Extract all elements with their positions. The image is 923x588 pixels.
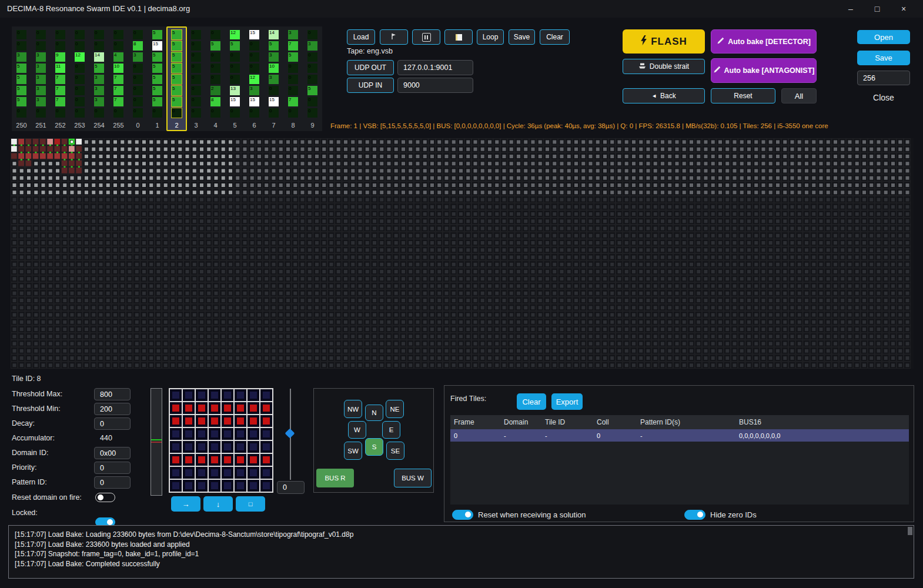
tile-cell[interactable]: 3 xyxy=(269,52,279,62)
double-strait-button[interactable]: Double strait xyxy=(623,59,705,74)
param-toggle-reset-domain-on-fire[interactable] xyxy=(95,493,115,502)
tile-cell[interactable]: 8 xyxy=(210,97,220,106)
tile-cell[interactable]: 0 xyxy=(36,30,46,39)
tile-cell[interactable]: 7 xyxy=(55,75,65,84)
tile-cell[interactable]: 15 xyxy=(249,30,259,39)
tile-cell[interactable]: 0 xyxy=(307,108,317,118)
pattern-cell[interactable] xyxy=(222,415,233,427)
pad-w-button[interactable]: W xyxy=(348,421,366,439)
tile-count-input[interactable] xyxy=(857,71,910,85)
pattern-cell[interactable] xyxy=(183,480,195,492)
tile-cell[interactable]: 3 xyxy=(133,52,143,62)
tile-cell[interactable]: 0 xyxy=(55,108,65,118)
pattern-cell[interactable] xyxy=(235,415,246,427)
tile-cell[interactable]: 0 xyxy=(210,75,220,84)
pattern-cell[interactable] xyxy=(196,389,208,401)
pattern-cell[interactable] xyxy=(248,467,259,479)
save-tape-button[interactable]: Save xyxy=(509,29,535,45)
tile-cell[interactable]: 2 xyxy=(210,86,220,95)
tile-cell[interactable]: 0 xyxy=(307,52,317,62)
tile-cell[interactable]: 0 xyxy=(75,64,85,73)
pattern-cell[interactable] xyxy=(196,467,208,479)
param-input-priority-[interactable] xyxy=(94,462,131,474)
tile-cell[interactable]: 3 xyxy=(36,75,46,84)
tile-cell[interactable]: 0 xyxy=(113,41,123,51)
pattern-cell[interactable] xyxy=(248,428,259,440)
pattern-slider-thumb[interactable] xyxy=(285,429,295,439)
tile-cell[interactable]: 0 xyxy=(191,97,201,106)
tile-cell[interactable]: 5 xyxy=(172,86,182,95)
tile-cell[interactable]: 0 xyxy=(75,30,85,39)
pattern-cell[interactable] xyxy=(235,428,246,440)
tile-cell[interactable]: 3 xyxy=(16,52,26,62)
tile-cell[interactable]: 0 xyxy=(75,41,85,51)
tile-cell[interactable]: 9 xyxy=(55,52,65,62)
back-button[interactable]: ◄ Back xyxy=(623,88,705,103)
tile-cell[interactable]: 0 xyxy=(210,108,220,118)
param-input-domain-id-[interactable] xyxy=(94,447,131,459)
param-input-threshold-min-[interactable] xyxy=(94,403,131,415)
pattern-cell[interactable] xyxy=(209,480,220,492)
tile-cell[interactable]: 0 xyxy=(133,30,143,39)
tile-cell[interactable]: 11 xyxy=(55,64,65,73)
load-button[interactable]: Load xyxy=(347,29,375,45)
tile-cell[interactable]: 0 xyxy=(113,108,123,118)
tile-cell[interactable]: 5 xyxy=(307,86,317,95)
tile-cell[interactable]: 0 xyxy=(288,86,298,95)
tile-cell[interactable]: 5 xyxy=(230,41,240,51)
tile-cell[interactable]: 0 xyxy=(133,108,143,118)
tile-cell[interactable]: 7 xyxy=(288,41,298,51)
tile-cell[interactable]: 0 xyxy=(191,41,201,51)
tile-cell[interactable]: 0 xyxy=(249,52,259,62)
hide-zero-ids-toggle[interactable] xyxy=(684,510,705,520)
tile-cell[interactable]: 7 xyxy=(55,86,65,95)
tile-cell[interactable]: 3 xyxy=(36,52,46,62)
shift-down-button[interactable]: ↓ xyxy=(203,496,233,512)
tile-cell[interactable]: 0 xyxy=(36,108,46,118)
bus-read-button[interactable]: BUS R xyxy=(316,469,354,487)
tile-cell[interactable]: 5 xyxy=(172,41,182,51)
flash-button[interactable]: FLASH xyxy=(623,29,705,54)
reset-button[interactable]: Reset xyxy=(711,88,775,103)
tile-column-2[interactable]: 555555502 xyxy=(166,26,187,131)
tile-cell[interactable]: 12 xyxy=(249,75,259,84)
tile-cell[interactable]: 12 xyxy=(75,52,85,62)
pattern-cell[interactable] xyxy=(260,428,272,440)
pattern-cell[interactable] xyxy=(170,480,182,492)
tile-cell[interactable]: 5 xyxy=(152,30,162,39)
log-panel[interactable]: [15:17:07] Load Bake: Loading 233600 byt… xyxy=(8,525,914,579)
tile-cell[interactable]: 0 xyxy=(249,108,259,118)
tile-cell[interactable]: 15 xyxy=(269,97,279,106)
tile-cell[interactable]: 14 xyxy=(94,52,104,62)
tile-cell[interactable]: 8 xyxy=(133,41,143,51)
tile-cell[interactable]: 0 xyxy=(75,108,85,118)
tile-cell[interactable]: 5 xyxy=(16,75,26,84)
tile-cell[interactable]: 3 xyxy=(36,86,46,95)
tile-cell[interactable]: 0 xyxy=(307,75,317,84)
pattern-cell[interactable] xyxy=(209,454,220,466)
tile-cell[interactable]: 0 xyxy=(133,75,143,84)
tile-cell[interactable]: 7 xyxy=(113,75,123,84)
pattern-cell[interactable] xyxy=(196,441,208,453)
pattern-cell[interactable] xyxy=(260,441,272,453)
tile-cell[interactable]: 7 xyxy=(288,97,298,106)
pattern-cell[interactable] xyxy=(183,441,195,453)
clear-tape-button[interactable]: Clear xyxy=(540,29,570,45)
tile-cell[interactable]: 5 xyxy=(172,64,182,73)
pattern-cell[interactable] xyxy=(183,454,195,466)
pattern-cell[interactable] xyxy=(235,454,246,466)
pattern-cell[interactable] xyxy=(222,467,233,479)
minimize-button[interactable]: – xyxy=(838,0,864,18)
pattern-cell[interactable] xyxy=(170,402,182,414)
tile-cell[interactable]: 0 xyxy=(133,64,143,73)
pattern-cell[interactable] xyxy=(260,402,272,414)
tile-cell[interactable]: 14 xyxy=(269,30,279,39)
pattern-cell[interactable] xyxy=(183,402,195,414)
maximize-button[interactable]: □ xyxy=(864,0,890,18)
tile-cell[interactable]: 10 xyxy=(269,64,279,73)
param-input-decay-[interactable] xyxy=(94,417,131,430)
pattern-cell[interactable] xyxy=(222,389,233,401)
tile-column-1[interactable]: 5155555501 xyxy=(152,30,162,129)
pattern-cell[interactable] xyxy=(170,467,182,479)
tile-cell[interactable]: 0 xyxy=(230,52,240,62)
